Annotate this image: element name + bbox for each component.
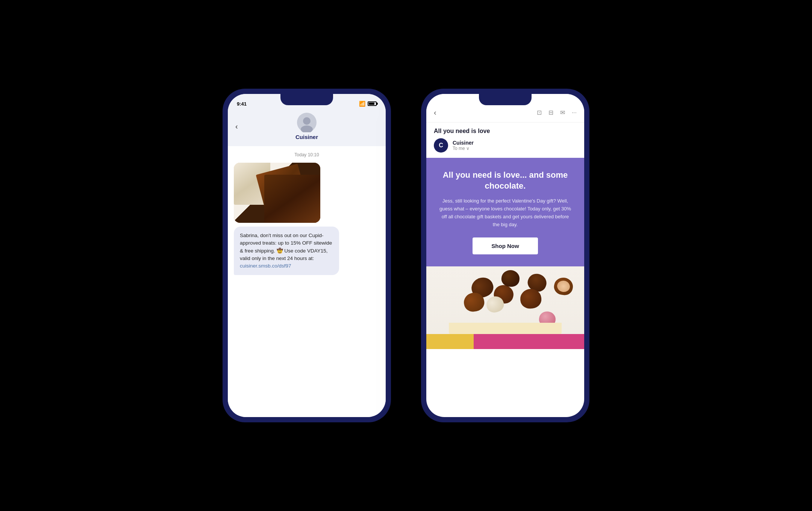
email-chocolate-image: [426, 266, 584, 349]
email-body: All you need is love... and some chocola…: [426, 158, 584, 417]
email-screen: ‹ ⊡ ⊟ ✉ ··· All you need is love C Cuisi…: [426, 94, 584, 417]
sms-message-text: Sabrina, don't miss out on our Cupid-app…: [240, 233, 332, 261]
bonbon-open: [553, 276, 574, 296]
email-subject: All you need is love: [426, 122, 584, 138]
sms-text-bubble: Sabrina, don't miss out on our Cupid-app…: [234, 227, 339, 275]
sms-contact-name: Cuisiner: [295, 134, 318, 140]
status-icons: 📶: [359, 101, 377, 107]
archive-icon[interactable]: ⊡: [537, 109, 542, 116]
avatar-icon: [297, 113, 317, 132]
sms-timestamp: Today 10:10: [234, 152, 380, 157]
sender-name: Cuisiner: [453, 140, 474, 146]
email-sender-row: C Cuisiner To me ∨: [426, 138, 584, 158]
email-banner-title: All you need is love... and some chocola…: [438, 170, 573, 191]
sms-link[interactable]: cuisiner.smsb.co/dsf97: [240, 263, 291, 269]
email-banner-body: Jess, still looking for the perfect Vale…: [438, 197, 573, 228]
email-header-icons: ⊡ ⊟ ✉ ···: [537, 109, 577, 116]
email-header: ‹ ⊡ ⊟ ✉ ···: [426, 104, 584, 122]
email-phone: ‹ ⊡ ⊟ ✉ ··· All you need is love C Cuisi…: [421, 89, 589, 422]
svg-point-1: [301, 125, 313, 132]
sender-avatar: C: [434, 138, 448, 153]
battery-icon: [368, 101, 377, 106]
chocolate-box: [449, 323, 562, 334]
contact-avatar: [297, 113, 317, 132]
email-banner: All you need is love... and some chocola…: [426, 158, 584, 266]
back-button[interactable]: ‹: [235, 122, 238, 131]
wifi-icon: 📶: [359, 101, 365, 107]
sms-messages: Today 10:10 Sabrina, don't miss out on o…: [228, 146, 386, 417]
notch-right: [479, 94, 532, 105]
choc-dark: [264, 175, 321, 223]
notch-left: [280, 94, 333, 105]
sender-info: Cuisiner To me ∨: [453, 140, 474, 151]
trash-icon[interactable]: ⊟: [548, 109, 553, 116]
sender-to[interactable]: To me ∨: [453, 146, 474, 151]
svg-point-0: [303, 117, 311, 125]
mail-icon[interactable]: ✉: [560, 109, 565, 116]
sms-phone: 9:41 📶 ‹: [223, 89, 391, 422]
sms-screen: 9:41 📶 ‹: [228, 94, 386, 417]
chocolate-image: [234, 163, 320, 223]
sms-header: ‹ Cuisiner: [228, 108, 386, 146]
email-back-button[interactable]: ‹: [434, 108, 436, 117]
status-time: 9:41: [237, 101, 247, 107]
shop-now-button[interactable]: Shop Now: [473, 237, 538, 254]
more-icon[interactable]: ···: [572, 109, 577, 116]
sms-image-bubble: [234, 163, 320, 223]
choc-bg: [426, 334, 584, 349]
